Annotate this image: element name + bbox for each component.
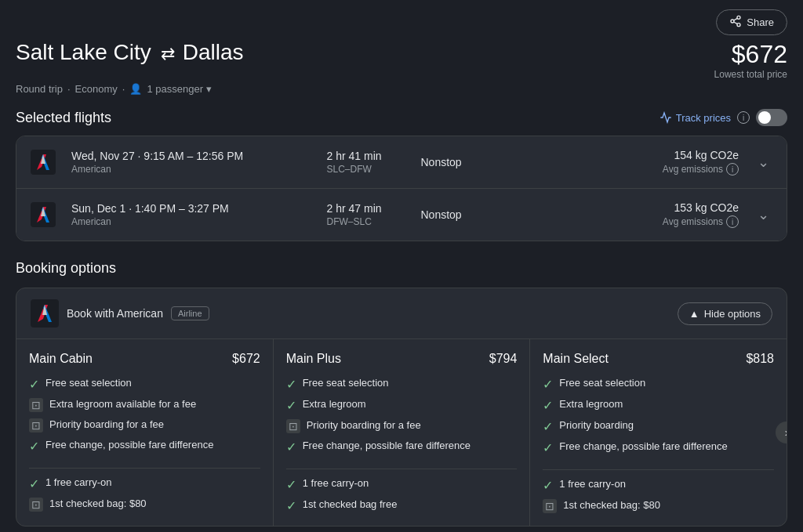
booking-options-section: Booking options Book with American Airli… xyxy=(16,260,787,527)
fare-name: Main Cabin xyxy=(29,352,93,366)
feature-item: ✓ Free change, possible fare difference xyxy=(543,440,774,455)
feature-item: ✓ Free change, possible fare difference xyxy=(29,439,260,454)
feature-item: ⊡ 1st checked bag: $80 xyxy=(29,498,260,512)
airline-logo xyxy=(31,202,56,227)
feature-text: 1st checked bag: $80 xyxy=(49,498,147,509)
book-with-label: Book with American xyxy=(67,307,163,320)
feature-text: 1st checked bag free xyxy=(303,498,398,510)
feature-item: ✓ Extra legroom xyxy=(543,398,774,413)
route-to: Dallas xyxy=(183,40,244,64)
fare-name: Main Plus xyxy=(286,352,341,366)
fare-features: ✓ Free seat selection ⊡ Extra legroom av… xyxy=(29,377,260,512)
price-label: Lowest total price xyxy=(714,69,787,80)
check-icon: ✓ xyxy=(29,439,39,454)
share-icon xyxy=(729,15,742,30)
flight-airline: American xyxy=(71,216,311,227)
feature-item: ✓ Free change, possible fare difference xyxy=(286,440,518,454)
dot-separator: · xyxy=(67,83,71,95)
flight-duration: 2 hr 47 min DFW–SLC xyxy=(327,202,405,227)
duration-text: 2 hr 41 min xyxy=(327,150,405,162)
feature-text: Free seat selection xyxy=(45,377,132,389)
flight-stops: Nonstop xyxy=(421,156,484,168)
chevron-up-icon: ▲ xyxy=(689,308,699,320)
flight-stops: Nonstop xyxy=(421,208,484,221)
feature-text: Priority boarding for a fee xyxy=(307,419,421,431)
time-separator: · xyxy=(129,202,135,215)
next-fare-button[interactable]: › xyxy=(776,422,787,443)
passenger-icon: 👤 xyxy=(129,83,142,95)
emissions-info-icon[interactable]: i xyxy=(726,215,739,228)
flight-duration: 2 hr 41 min SLC–DFW xyxy=(327,150,405,175)
feature-text: 1st checked bag: $80 xyxy=(563,499,660,511)
check-icon: ✓ xyxy=(286,440,296,454)
airline-logo xyxy=(31,150,56,175)
feature-item: ✓ Priority boarding xyxy=(543,419,774,434)
feature-item: ⊡ 1st checked bag: $80 xyxy=(543,499,774,513)
fare-price: $672 xyxy=(232,352,260,366)
track-prices-toggle[interactable] xyxy=(756,109,787,126)
fare-price: $794 xyxy=(489,352,518,366)
fee-icon: ⊡ xyxy=(29,398,43,412)
feature-item: ✓ 1 free carry-on xyxy=(29,468,260,491)
passenger-selector[interactable]: 1 passenger ▾ xyxy=(147,83,212,95)
share-label: Share xyxy=(747,16,774,28)
route-title: Salt Lake City ⇄ Dallas xyxy=(16,40,243,65)
emissions-text: 153 kg CO2e xyxy=(500,201,739,214)
track-prices-link[interactable]: Track prices xyxy=(659,111,731,124)
svg-line-4 xyxy=(734,18,738,20)
flight-row[interactable]: Sun, Dec 1 · 1:40 PM – 3:27 PM American … xyxy=(16,189,787,241)
emissions-info-icon[interactable]: i xyxy=(726,163,739,176)
fare-card-main-cabin: Main Cabin $672 ✓ Free seat selection ⊡ … xyxy=(16,339,274,526)
fee-icon: ⊡ xyxy=(29,498,43,512)
feature-text: Extra legroom available for a fee xyxy=(49,398,196,410)
total-price: $672 xyxy=(714,40,787,69)
booking-options-title: Booking options xyxy=(16,260,787,277)
flight-info: Wed, Nov 27 · 9:15 AM – 12:56 PM America… xyxy=(71,150,311,175)
svg-point-1 xyxy=(731,20,734,23)
feature-item: ✓ Extra legroom xyxy=(286,398,518,413)
flight-times: 9:15 AM – 12:56 PM xyxy=(144,150,243,162)
passenger-count: 1 passenger xyxy=(147,83,203,95)
feature-item: ⊡ Priority boarding for a fee xyxy=(29,418,260,432)
fare-features: ✓ Free seat selection ✓ Extra legroom ✓ … xyxy=(543,377,774,513)
flight-emissions: 153 kg CO2e Avg emissions i xyxy=(500,201,739,228)
feature-text: Free change, possible fare difference xyxy=(45,439,213,451)
track-prices-label: Track prices xyxy=(676,112,731,124)
trip-type: Round trip xyxy=(16,83,63,95)
route-text: SLC–DFW xyxy=(327,164,405,175)
feature-item: ✓ 1st checked bag free xyxy=(286,498,518,513)
track-prices-info-icon[interactable]: i xyxy=(737,111,750,124)
fee-icon: ⊡ xyxy=(29,418,43,432)
feature-text: Priority boarding for a fee xyxy=(49,418,164,430)
flight-row[interactable]: Wed, Nov 27 · 9:15 AM – 12:56 PM America… xyxy=(16,136,787,189)
flight-expand-button[interactable]: ⌄ xyxy=(754,203,772,226)
svg-line-3 xyxy=(734,22,738,24)
feature-text: 1 free carry-on xyxy=(303,477,369,489)
flight-time: Sun, Dec 1 · 1:40 PM – 3:27 PM xyxy=(71,202,311,215)
booking-card: Book with American Airline ▲ Hide option… xyxy=(16,288,787,527)
feature-item: ✓ Free seat selection xyxy=(286,377,518,392)
check-icon: ✓ xyxy=(286,477,296,492)
check-icon: ✓ xyxy=(543,398,553,413)
check-icon: ✓ xyxy=(29,476,39,491)
hide-options-label: Hide options xyxy=(704,308,761,320)
check-icon: ✓ xyxy=(543,440,553,455)
feature-text: Priority boarding xyxy=(559,419,634,431)
flights-container: Wed, Nov 27 · 9:15 AM – 12:56 PM America… xyxy=(16,136,787,241)
route-text: DFW–SLC xyxy=(327,216,405,227)
fare-price: $818 xyxy=(746,352,774,366)
flight-expand-button[interactable]: ⌄ xyxy=(754,150,772,174)
booking-header: Book with American Airline ▲ Hide option… xyxy=(16,288,787,339)
dot-separator2: · xyxy=(122,83,125,95)
check-icon: ✓ xyxy=(543,377,553,392)
share-button[interactable]: Share xyxy=(716,9,787,35)
svg-point-2 xyxy=(737,24,740,27)
hide-options-button[interactable]: ▲ Hide options xyxy=(678,302,772,325)
flight-time: Wed, Nov 27 · 9:15 AM – 12:56 PM xyxy=(71,150,311,162)
flight-date: Wed, Nov 27 xyxy=(71,150,135,162)
feature-item: ⊡ Priority boarding for a fee xyxy=(286,419,518,433)
feature-text: Free change, possible fare difference xyxy=(559,440,727,452)
chevron-down-icon: ▾ xyxy=(206,83,212,95)
check-icon: ✓ xyxy=(543,419,553,434)
check-icon: ✓ xyxy=(286,398,296,413)
